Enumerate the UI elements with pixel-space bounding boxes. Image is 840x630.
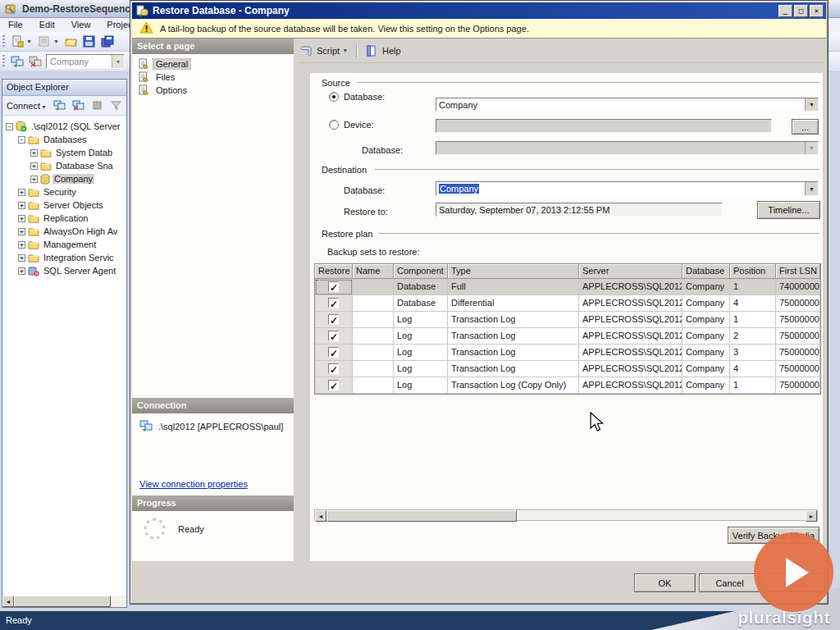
help-toolbar-button[interactable]: Help — [382, 46, 401, 56]
open-file-icon[interactable] — [64, 34, 79, 49]
connect-server-icon[interactable] — [52, 98, 67, 113]
column-header-restore[interactable]: Restore — [315, 264, 353, 279]
restore-checkbox-cell[interactable] — [315, 361, 353, 377]
close-button[interactable]: ✕ — [810, 5, 824, 17]
page-item-options[interactable]: Options — [132, 84, 294, 97]
restore-checkbox[interactable] — [328, 314, 339, 325]
scrollbar-thumb[interactable] — [326, 510, 517, 522]
collapse-icon[interactable]: - — [18, 136, 25, 144]
column-header-first-lsn[interactable]: First LSN — [776, 264, 820, 279]
combo-arrow-icon[interactable]: ▼ — [112, 55, 124, 68]
backup-set-row[interactable]: LogTransaction LogAPPLECROSS\SQL2012Comp… — [315, 345, 820, 361]
combo-arrow-icon[interactable]: ▼ — [805, 98, 818, 111]
expand-icon[interactable]: + — [18, 254, 25, 262]
expand-icon[interactable]: + — [18, 228, 25, 235]
expand-icon[interactable]: + — [30, 162, 38, 170]
source-database-radio[interactable] — [329, 92, 339, 102]
add-item-dropdown-icon[interactable]: ▼ — [53, 39, 59, 44]
script-button[interactable]: Script — [317, 46, 340, 56]
tree-item[interactable]: +Server Objects — [2, 199, 126, 212]
scroll-left-icon[interactable]: ◄ — [315, 510, 326, 522]
restore-checkbox[interactable] — [328, 347, 339, 358]
filter-icon[interactable] — [109, 98, 124, 113]
tree-item[interactable]: +Integration Servic — [2, 251, 126, 264]
restore-checkbox-cell[interactable] — [315, 295, 353, 312]
expand-icon[interactable]: + — [18, 189, 25, 196]
save-icon[interactable] — [82, 34, 97, 49]
expand-icon[interactable]: + — [30, 149, 38, 157]
browse-device-button[interactable]: ... — [792, 119, 819, 135]
cancel-button[interactable]: Cancel — [699, 573, 760, 592]
tree-item[interactable]: +System Datab — [2, 146, 126, 159]
menu-item-edit[interactable]: Edit — [31, 18, 63, 32]
expand-icon[interactable]: + — [18, 202, 25, 209]
combo-arrow-icon[interactable]: ▼ — [805, 182, 818, 195]
database-selector-combo[interactable]: Company ▼ — [46, 54, 125, 69]
backup-set-row[interactable]: LogTransaction Log (Copy Only)APPLECROSS… — [315, 377, 820, 394]
scrollbar-thumb[interactable] — [14, 596, 111, 607]
tree-item[interactable]: +Security — [2, 185, 126, 199]
toolbar-grip[interactable] — [2, 35, 5, 48]
connect-button[interactable]: Connect ▼ — [7, 101, 48, 111]
view-connection-properties-link[interactable]: View connection properties — [139, 479, 248, 489]
scroll-right-icon[interactable]: ► — [806, 510, 817, 522]
expand-icon[interactable]: + — [30, 176, 38, 183]
disconnect-server-icon[interactable] — [71, 98, 86, 113]
new-query-icon[interactable] — [10, 34, 25, 49]
new-query-dropdown-icon[interactable]: ▼ — [26, 39, 32, 44]
add-item-icon[interactable] — [37, 34, 52, 49]
restore-checkbox-cell[interactable] — [315, 279, 353, 295]
restore-checkbox-cell[interactable] — [315, 345, 353, 361]
tree-item[interactable]: +Replication — [2, 212, 126, 225]
tree-item[interactable]: -Databases — [2, 133, 126, 146]
ok-button[interactable]: OK — [634, 573, 696, 592]
tree-item[interactable]: +Management — [2, 238, 126, 251]
restore-checkbox[interactable] — [328, 331, 339, 341]
restore-to-field[interactable]: Saturday, September 07, 2013 2:12:55 PM — [436, 203, 723, 217]
source-device-radio[interactable] — [329, 120, 339, 130]
source-database-combo[interactable]: Company ▼ — [436, 98, 819, 112]
expand-icon[interactable]: + — [18, 267, 25, 275]
tree-item[interactable]: +Database Sna — [2, 159, 126, 172]
scroll-left-icon[interactable]: ◄ — [2, 596, 14, 607]
connect-db-icon[interactable] — [10, 54, 25, 69]
maximize-button[interactable]: □ — [794, 5, 808, 17]
page-item-general[interactable]: General — [132, 57, 294, 71]
expand-icon[interactable]: + — [18, 241, 25, 249]
change-connection-icon[interactable] — [28, 54, 43, 69]
column-header-component[interactable]: Component — [394, 264, 448, 279]
restore-checkbox-cell[interactable] — [315, 328, 353, 345]
tree-item[interactable]: -.\sql2012 (SQL Server — [2, 120, 126, 133]
column-header-position[interactable]: Position — [730, 264, 776, 279]
save-all-icon[interactable] — [100, 34, 115, 49]
column-header-name[interactable]: Name — [353, 264, 394, 279]
minimize-button[interactable]: _ — [778, 5, 792, 17]
toolbar-grip-2[interactable] — [2, 55, 5, 68]
menu-item-file[interactable]: File — [0, 18, 31, 32]
column-header-type[interactable]: Type — [448, 264, 579, 279]
backup-set-row[interactable]: LogTransaction LogAPPLECROSS\SQL2012Comp… — [315, 328, 820, 345]
restore-checkbox-cell[interactable] — [315, 312, 353, 328]
backup-set-row[interactable]: DatabaseDifferentialAPPLECROSS\SQL2012Co… — [315, 295, 820, 312]
script-dropdown-icon[interactable]: ▼ — [342, 48, 348, 53]
column-header-database[interactable]: Database — [682, 264, 730, 279]
destination-database-combo[interactable]: Company ▼ — [436, 181, 819, 196]
dialog-titlebar[interactable]: Restore Database - Company _ □ ✕ — [132, 2, 826, 19]
menu-item-view[interactable]: View — [63, 18, 99, 32]
tree-item[interactable]: +Company — [2, 172, 126, 185]
grid-hscrollbar[interactable]: ◄ ► — [314, 509, 818, 521]
column-header-server[interactable]: Server — [579, 264, 682, 279]
restore-checkbox[interactable] — [328, 281, 339, 292]
page-item-files[interactable]: Files — [132, 71, 294, 84]
backup-set-row[interactable]: LogTransaction LogAPPLECROSS\SQL2012Comp… — [315, 312, 820, 328]
restore-checkbox-cell[interactable] — [315, 377, 353, 394]
object-explorer-hscrollbar[interactable]: ◄ — [2, 596, 126, 607]
restore-checkbox[interactable] — [328, 363, 339, 374]
video-play-button[interactable] — [754, 532, 833, 612]
timeline-button[interactable]: Timeline... — [757, 201, 820, 219]
collapse-icon[interactable]: - — [6, 123, 13, 130]
backup-set-row[interactable]: LogTransaction LogAPPLECROSS\SQL2012Comp… — [315, 361, 820, 377]
backup-set-row[interactable]: DatabaseFullAPPLECROSS\SQL2012Company174… — [315, 279, 820, 295]
scrollbar-track[interactable] — [517, 510, 806, 520]
restore-checkbox[interactable] — [328, 298, 339, 308]
